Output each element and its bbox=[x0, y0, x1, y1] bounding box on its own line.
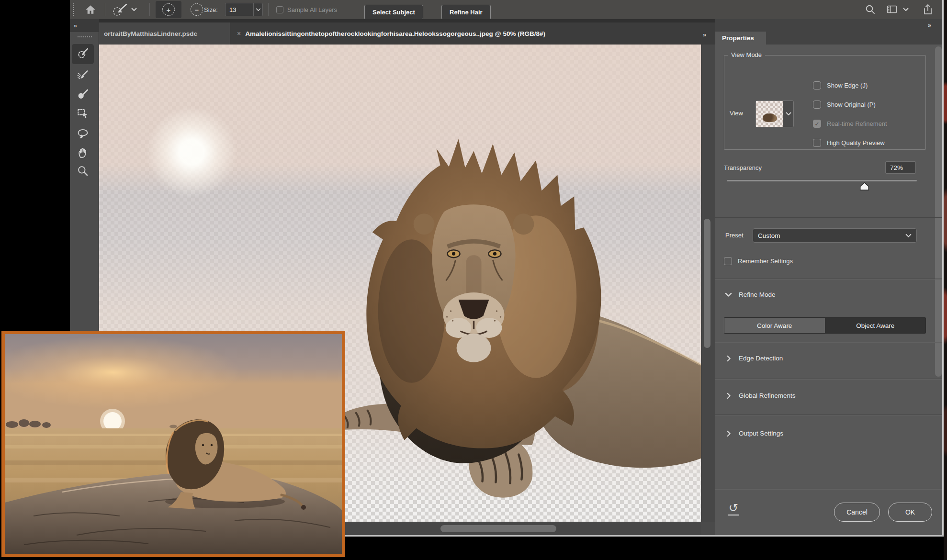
transparency-value-field[interactable]: 72% bbox=[885, 161, 916, 174]
divider bbox=[715, 379, 942, 379]
search-button[interactable] bbox=[865, 0, 876, 19]
remember-settings-control[interactable]: Remember Settings bbox=[724, 257, 793, 265]
chevron-down-icon bbox=[725, 292, 732, 297]
select-subject-button[interactable]: Select Subject bbox=[364, 2, 423, 22]
separator bbox=[268, 0, 269, 19]
refine-edge-brush-tool-icon bbox=[77, 69, 89, 83]
background-window-sliver bbox=[944, 0, 947, 560]
tool-refine-edge-brush[interactable] bbox=[72, 66, 94, 86]
tab-overflow-icon[interactable]: » bbox=[697, 28, 713, 41]
output-settings-label: Output Settings bbox=[739, 430, 783, 437]
tools-panel-drag-handle[interactable] bbox=[78, 36, 92, 37]
remember-settings-checkbox[interactable] bbox=[724, 257, 732, 265]
chevron-down-icon bbox=[903, 8, 909, 11]
transparency-slider-handle[interactable] bbox=[859, 182, 869, 191]
preset-dropdown[interactable]: Custom bbox=[753, 228, 917, 243]
canvas-vertical-scrollbar-thumb[interactable] bbox=[704, 219, 710, 348]
tool-lasso[interactable] bbox=[72, 124, 94, 145]
panel-scrollbar-thumb[interactable] bbox=[935, 46, 942, 377]
transparency-slider-track[interactable] bbox=[727, 180, 917, 181]
workspace-icon bbox=[886, 4, 898, 15]
brush-size-dropdown[interactable]: 13 bbox=[225, 3, 263, 16]
chevron-right-icon bbox=[727, 430, 731, 437]
separator bbox=[105, 0, 105, 19]
divider bbox=[715, 414, 942, 415]
output-settings-section[interactable]: Output Settings bbox=[727, 430, 783, 437]
view-dropdown[interactable] bbox=[755, 101, 794, 127]
tool-quick-selection[interactable] bbox=[72, 44, 94, 64]
realtime-refinement-control[interactable]: ✓ Real-time Refinement bbox=[813, 120, 887, 128]
object-selection-tool-icon bbox=[77, 107, 89, 122]
add-to-selection-button[interactable]: + bbox=[156, 1, 181, 18]
tool-zoom[interactable] bbox=[72, 162, 94, 182]
home-button[interactable] bbox=[84, 0, 97, 19]
chevron-down-icon bbox=[905, 234, 912, 238]
realtime-refinement-label: Real-time Refinement bbox=[827, 120, 887, 127]
size-label: Size: bbox=[204, 0, 218, 19]
show-edge-label: Show Edge (J) bbox=[827, 82, 868, 89]
original-photo-overlay bbox=[1, 331, 345, 557]
cancel-button[interactable]: Cancel bbox=[834, 503, 880, 522]
edge-detection-section[interactable]: Edge Detection bbox=[727, 355, 783, 362]
show-original-checkbox[interactable] bbox=[813, 101, 821, 109]
show-edge-checkbox[interactable] bbox=[813, 81, 821, 90]
chevron-down-icon bbox=[783, 101, 793, 127]
chevron-down-icon bbox=[131, 8, 137, 11]
divider bbox=[715, 279, 942, 279]
object-aware-button[interactable]: Object Aware bbox=[825, 318, 926, 333]
separator bbox=[149, 0, 150, 19]
tab-properties[interactable]: Properties bbox=[715, 32, 766, 45]
subtract-brush-icon: − bbox=[191, 3, 203, 16]
tool-object-selection[interactable] bbox=[72, 104, 94, 124]
chevron-down-icon bbox=[253, 3, 262, 16]
high-quality-preview-checkbox[interactable] bbox=[813, 139, 821, 147]
preset-label: Preset bbox=[725, 232, 744, 239]
quick-selection-brush-icon bbox=[111, 2, 128, 17]
properties-panel: View Mode View Show Edge (J) Show Origin… bbox=[715, 45, 942, 535]
show-original-label: Show Original (P) bbox=[827, 101, 876, 108]
remember-settings-label: Remember Settings bbox=[738, 258, 793, 265]
sample-all-layers-checkbox[interactable] bbox=[276, 6, 283, 13]
show-edge-control[interactable]: Show Edge (J) bbox=[813, 81, 868, 90]
view-mode-legend: View Mode bbox=[728, 51, 765, 58]
properties-tab-row: Properties bbox=[715, 32, 942, 45]
options-bar: + − Size: 13 Sample All Layers Select Su… bbox=[70, 0, 942, 20]
document-tab-bar: ortraitByMatthiasLindner.psdc × Amalelio… bbox=[99, 19, 715, 45]
current-tool-button[interactable] bbox=[111, 0, 137, 19]
canvas-horizontal-scrollbar-thumb[interactable] bbox=[440, 525, 556, 532]
tool-hand[interactable] bbox=[72, 144, 94, 164]
quick-selection-tool-icon bbox=[77, 47, 89, 61]
home-icon bbox=[84, 3, 97, 16]
properties-panel-header: » bbox=[715, 19, 942, 32]
refine-hair-button[interactable]: Refine Hair bbox=[441, 2, 491, 22]
ok-button[interactable]: OK bbox=[888, 503, 932, 522]
global-refinements-section[interactable]: Global Refinements bbox=[727, 392, 796, 399]
workspace-switcher-button[interactable] bbox=[886, 0, 909, 19]
refine-mode-label: Refine Mode bbox=[739, 291, 776, 298]
chevron-right-icon bbox=[727, 355, 731, 362]
edge-detection-label: Edge Detection bbox=[739, 355, 783, 362]
tools-panel-expand-button[interactable]: » bbox=[70, 19, 99, 32]
transparency-label: Transparency bbox=[724, 164, 762, 171]
refine-mode-segmented-control: Color Aware Object Aware bbox=[724, 317, 926, 334]
chevron-right-icon bbox=[727, 392, 731, 399]
window-right-edge bbox=[942, 0, 944, 537]
share-icon bbox=[921, 3, 935, 16]
panel-collapse-icon[interactable]: » bbox=[928, 22, 932, 29]
options-bar-drag-handle[interactable] bbox=[73, 0, 74, 19]
hand-tool-icon bbox=[77, 146, 89, 161]
refine-mode-header[interactable]: Refine Mode bbox=[725, 291, 776, 298]
search-icon bbox=[865, 4, 876, 15]
lasso-tool-icon bbox=[77, 127, 89, 142]
high-quality-preview-control[interactable]: High Quality Preview bbox=[813, 139, 885, 147]
realtime-refinement-checkbox[interactable]: ✓ bbox=[813, 120, 821, 128]
reset-button[interactable]: ↺ bbox=[728, 502, 739, 514]
sample-all-layers-control[interactable]: Sample All Layers bbox=[276, 0, 337, 19]
savanna-sunset-scene bbox=[5, 334, 342, 554]
share-button[interactable] bbox=[921, 0, 935, 19]
tool-brush[interactable] bbox=[72, 85, 94, 105]
document-tab-inactive[interactable]: ortraitByMatthiasLindner.psdc bbox=[99, 22, 230, 45]
tab-close-icon[interactable]: × bbox=[237, 30, 241, 37]
show-original-control[interactable]: Show Original (P) bbox=[813, 101, 876, 109]
color-aware-button[interactable]: Color Aware bbox=[724, 318, 825, 333]
